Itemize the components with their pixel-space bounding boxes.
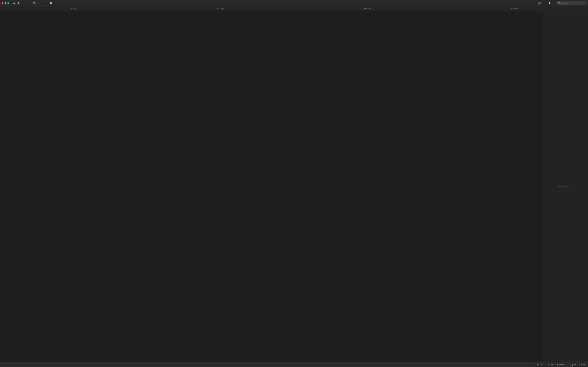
playlist-area[interactable]: Drop items here xyxy=(543,11,588,362)
scrobble-button[interactable]: ♫ Scrobble xyxy=(545,364,554,366)
clear-label: Clear xyxy=(581,364,585,366)
close-button[interactable] xyxy=(2,2,4,4)
traffic-lights xyxy=(2,2,9,4)
progress-thumb xyxy=(50,2,52,4)
tab-albums[interactable]: Albums xyxy=(147,6,294,11)
sort-by-label: Sort by xyxy=(536,364,542,366)
tabs-bar: Artists Albums Genres Folders xyxy=(0,6,588,11)
progress-bar[interactable] xyxy=(41,3,535,3)
minimize-button[interactable] xyxy=(4,2,6,4)
play-icon xyxy=(18,2,20,4)
clear-icon: ⊘ xyxy=(579,364,581,366)
bottom-bar: ⇅ Sort by ♫ Scrobble ⇄ Shuffle ↺ Repeat … xyxy=(0,362,588,367)
repeat-button[interactable]: ↺ Repeat xyxy=(568,364,576,366)
tab-artists[interactable]: Artists xyxy=(0,6,147,11)
titlebar: ⏮ ⏭ i 00:00 🔊 🔍 xyxy=(0,0,588,6)
volume-icon: 🔊 xyxy=(538,2,541,4)
repeat-icon: ↺ xyxy=(568,364,570,366)
search-icon: 🔍 xyxy=(558,2,560,4)
drop-hint: Drop items here xyxy=(558,185,573,188)
play-button[interactable] xyxy=(17,1,21,5)
search-input[interactable] xyxy=(561,2,585,4)
repeat-label: Repeat xyxy=(570,364,576,366)
info-button[interactable]: i xyxy=(27,1,31,5)
sort-by-button[interactable]: ⇅ Sort by xyxy=(534,364,542,366)
library-area xyxy=(0,11,543,362)
clear-button[interactable]: ⊘ Clear xyxy=(579,364,585,366)
progress-fill xyxy=(41,3,51,3)
main-content: Drop items here xyxy=(0,11,588,362)
time-display: 00:00 xyxy=(33,2,39,4)
search-box[interactable]: 🔍 xyxy=(557,1,586,5)
volume-thumb xyxy=(549,2,551,4)
scrobble-icon: ♫ xyxy=(545,364,546,366)
fast-forward-button[interactable]: ⏭ xyxy=(22,1,26,5)
shuffle-icon: ⇄ xyxy=(557,364,559,366)
volume-slider[interactable] xyxy=(541,3,554,3)
sort-icon: ⇅ xyxy=(534,364,535,366)
tab-folders[interactable]: Folders xyxy=(441,6,588,11)
volume-area: 🔊 xyxy=(538,2,554,4)
scrobble-label: Scrobble xyxy=(547,364,554,366)
volume-fill xyxy=(541,3,550,3)
playback-controls: ⏮ ⏭ i xyxy=(12,1,31,5)
tab-genres[interactable]: Genres xyxy=(294,6,441,11)
rewind-button[interactable]: ⏮ xyxy=(12,1,16,5)
shuffle-button[interactable]: ⇄ Shuffle xyxy=(557,364,565,366)
shuffle-label: Shuffle xyxy=(559,364,565,366)
maximize-button[interactable] xyxy=(7,2,9,4)
